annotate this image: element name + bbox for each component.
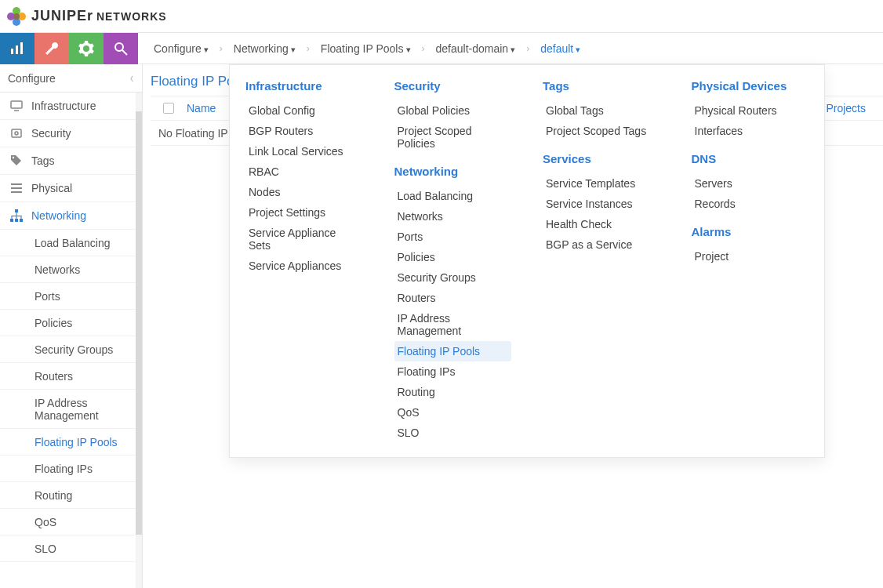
sidebar-subitem[interactable]: Policies xyxy=(0,310,142,336)
breadcrumb-separator: › xyxy=(526,43,529,54)
sidebar-subitem[interactable]: Routing xyxy=(0,482,142,509)
mega-menu-item[interactable]: Service Instances xyxy=(543,194,660,214)
svg-rect-17 xyxy=(11,191,22,193)
mega-menu-item[interactable]: Project Scoped Tags xyxy=(543,121,660,141)
mega-menu-item[interactable]: Global Config xyxy=(245,100,363,121)
mega-menu-heading[interactable]: Services xyxy=(543,152,660,165)
mega-menu-item[interactable]: Health Check xyxy=(543,214,660,234)
sidebar-subitem[interactable]: SLO xyxy=(0,535,142,562)
sidebar-scrollbar-thumb[interactable] xyxy=(136,111,142,535)
breadcrumb-item[interactable]: Configure xyxy=(154,42,209,55)
mega-menu-heading[interactable]: Security xyxy=(394,79,512,93)
mega-menu-item[interactable]: Policies xyxy=(394,247,512,267)
mega-menu-item[interactable]: Interfaces xyxy=(692,121,809,141)
mega-menu-item[interactable]: Service Appliance Sets xyxy=(245,223,363,256)
mega-menu-item[interactable]: Routing xyxy=(394,382,512,402)
sidebar-item[interactable]: Security xyxy=(0,120,142,147)
sidebar-subitem[interactable]: Floating IP Pools xyxy=(0,429,142,456)
mega-menu-heading[interactable]: Tags xyxy=(543,79,660,93)
mega-menu-item[interactable]: Floating IPs xyxy=(394,361,512,382)
mega-menu-heading[interactable]: Physical Devices xyxy=(692,79,809,93)
svg-rect-21 xyxy=(20,219,23,222)
breadcrumb-item[interactable]: Networking xyxy=(234,42,296,55)
mega-menu-item[interactable]: Load Balancing xyxy=(394,186,512,206)
mega-menu-item[interactable]: BGP as a Service xyxy=(543,234,660,255)
svg-rect-20 xyxy=(15,219,18,222)
sidebar-subitem[interactable]: Load Balancing xyxy=(0,230,142,256)
mega-menu-item[interactable]: Ports xyxy=(394,227,512,247)
mega-menu-heading[interactable]: Networking xyxy=(394,165,512,178)
configure-mode-button[interactable] xyxy=(35,33,69,64)
sidebar-item[interactable]: Infrastructure xyxy=(0,93,142,120)
monitor-mode-button[interactable] xyxy=(0,33,35,64)
mega-menu-item[interactable]: IP Address Management xyxy=(394,308,512,341)
sidebar-subitem[interactable]: Security Groups xyxy=(0,336,142,363)
breadcrumb-separator: › xyxy=(422,43,425,54)
svg-rect-18 xyxy=(15,209,18,212)
sidebar-subitem[interactable]: Ports xyxy=(0,283,142,310)
breadcrumb-item[interactable]: default xyxy=(540,42,580,55)
search-icon xyxy=(113,41,129,56)
brand-text: JUNIPEr NETWORKS xyxy=(31,8,167,24)
collapse-sidebar-button[interactable]: ‹ xyxy=(130,70,133,86)
mega-menu-item[interactable]: SLO xyxy=(394,423,512,443)
settings-mode-button[interactable] xyxy=(69,33,104,64)
tags-icon xyxy=(9,154,24,167)
mega-menu-item[interactable]: Networks xyxy=(394,206,512,227)
mega-menu-heading[interactable]: DNS xyxy=(692,152,809,165)
mega-menu-item[interactable]: Floating IP Pools xyxy=(394,341,512,361)
mega-menu-item[interactable]: Nodes xyxy=(245,182,363,202)
mega-menu-heading[interactable]: Infrastructure xyxy=(245,79,363,93)
sidebar-item[interactable]: Physical xyxy=(0,175,142,202)
mega-menu-item[interactable]: Project Scoped Policies xyxy=(394,121,512,154)
sidebar-subitem[interactable]: Networks xyxy=(0,256,142,283)
sidebar-item-label: Load Balancing xyxy=(35,237,111,249)
mega-menu-heading[interactable]: Alarms xyxy=(692,225,809,238)
mega-menu-item[interactable]: RBAC xyxy=(245,162,363,182)
sidebar-scrollbar-track[interactable] xyxy=(136,93,142,588)
mega-menu-item[interactable]: Project Settings xyxy=(245,202,363,223)
sidebar-subitem[interactable]: IP Address Management xyxy=(0,390,142,429)
svg-rect-10 xyxy=(11,101,22,108)
sidebar-subitem[interactable]: Routers xyxy=(0,363,142,390)
mega-menu-item[interactable]: Security Groups xyxy=(394,267,512,288)
breadcrumb-item[interactable]: default-domain xyxy=(436,42,516,55)
mega-menu-item[interactable]: QoS xyxy=(394,402,512,423)
networking-mega-menu: InfrastructureGlobal ConfigBGP RoutersLi… xyxy=(229,64,825,458)
svg-rect-26 xyxy=(21,216,22,219)
mega-menu-item[interactable]: Servers xyxy=(692,173,809,194)
column-name[interactable]: Name xyxy=(187,102,216,114)
sidebar-subitem[interactable]: QoS xyxy=(0,509,142,535)
svg-point-14 xyxy=(13,157,14,158)
sidebar-item-label: Routers xyxy=(35,370,73,383)
sidebar-subitem[interactable]: Floating IPs xyxy=(0,456,142,482)
mega-menu-item[interactable]: Service Appliances xyxy=(245,256,363,276)
sidebar-item-label: Physical xyxy=(31,182,72,194)
mega-menu-item[interactable]: Link Local Services xyxy=(245,141,363,162)
sidebar-item[interactable]: Networking xyxy=(0,202,142,230)
svg-point-13 xyxy=(15,132,18,135)
sidebar: Configure ‹ InfrastructureSecurityTagsPh… xyxy=(0,64,143,588)
mega-menu-item[interactable]: Routers xyxy=(394,288,512,308)
mega-menu-item[interactable]: Project xyxy=(692,246,809,267)
breadcrumb-item[interactable]: Floating IP Pools xyxy=(321,42,411,55)
mega-menu-item[interactable]: Global Tags xyxy=(543,100,660,121)
mega-menu-item[interactable]: Global Policies xyxy=(394,100,512,121)
sidebar-title: Configure xyxy=(8,72,56,85)
mega-menu-item[interactable]: Service Templates xyxy=(543,173,660,194)
breadcrumb-separator: › xyxy=(307,43,310,54)
search-mode-button[interactable] xyxy=(104,33,138,64)
mega-menu-column: TagsGlobal TagsProject Scoped TagsServic… xyxy=(527,79,676,443)
sidebar-item-label: Floating IP Pools xyxy=(35,436,118,448)
top-logo-bar: JUNIPEr NETWORKS xyxy=(0,0,883,33)
mega-menu-item[interactable]: BGP Routers xyxy=(245,121,363,141)
mega-menu-column: InfrastructureGlobal ConfigBGP RoutersLi… xyxy=(230,79,379,443)
breadcrumb: Configure›Networking›Floating IP Pools›d… xyxy=(138,42,580,55)
select-all-checkbox[interactable] xyxy=(163,103,174,114)
mega-menu-item[interactable]: Physical Routers xyxy=(692,100,809,121)
sidebar-item[interactable]: Tags xyxy=(0,147,142,175)
mega-menu-item[interactable]: Records xyxy=(692,194,809,214)
svg-rect-15 xyxy=(11,183,22,185)
svg-rect-24 xyxy=(12,216,13,219)
sidebar-item-label: Networking xyxy=(31,209,86,222)
